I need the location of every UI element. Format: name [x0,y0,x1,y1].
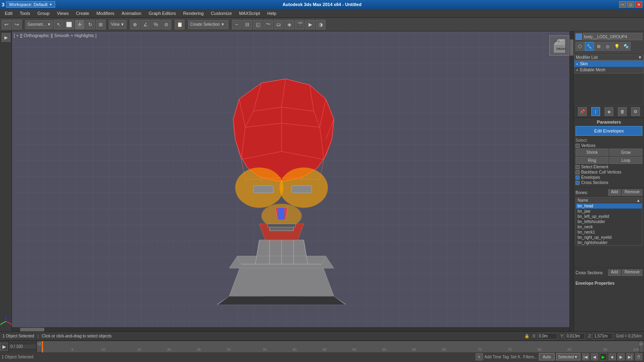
z-value[interactable]: 1,571m [592,333,613,339]
minimize-button[interactable]: ─ [619,1,626,8]
prev-frame-btn[interactable]: ◀ [591,353,598,360]
workspace-dropdown-icon[interactable]: ▼ [49,3,52,6]
menu-create[interactable]: Create [72,10,92,17]
remove-modifier-btn[interactable]: 🗑 [618,107,627,116]
percent-snap-btn[interactable]: % [151,20,161,29]
rotate-btn[interactable]: ↻ [85,20,95,29]
angle-snap-btn[interactable]: ∠ [141,20,150,29]
activeshade-btn[interactable]: ◑ [316,20,325,29]
next-frame-btn[interactable]: ▶ [617,353,625,360]
viewport-scrollbar-h[interactable] [12,327,569,331]
maximize-button[interactable]: □ [627,1,634,8]
render-btn[interactable]: ▶ [305,20,315,29]
backface-cull-checkbox[interactable] [576,170,580,174]
menu-animation[interactable]: Animation [118,10,145,17]
object-name-input[interactable] [583,33,642,40]
scrollbar-thumb-h[interactable] [20,328,44,331]
geometry-dropdown[interactable]: Geometr... ▼ [25,20,53,29]
time-config-btn[interactable]: ⏱ [635,353,642,360]
modifier-list-dropdown[interactable]: Modifier List ▼ [574,54,644,60]
bone-item-5[interactable]: bn_neck1 [576,230,642,235]
view-dropdown[interactable]: View ▼ [109,20,126,29]
snap-toggle-btn[interactable]: ⊕ [130,20,140,29]
make-unique-btn[interactable]: ◈ [605,107,613,116]
menu-customize[interactable]: Customize [208,10,235,17]
align-btn[interactable]: ⊟ [242,20,252,29]
menu-maxscript[interactable]: MAXScript [236,10,263,17]
panel-tab-display[interactable]: 💡 [613,42,621,51]
edit-envelopes-btn[interactable]: Edit Envelopes [576,126,642,136]
bone-item-2[interactable]: bn_left_up_eyelid [576,214,642,219]
move-btn[interactable]: ✛ [75,20,85,29]
panel-tab-create[interactable]: ⬡ [576,42,584,51]
bones-list[interactable]: Name ▲ bn_head bn_jaw bn_left_up_eyelid … [576,197,642,246]
grow-btn[interactable]: Grow [609,149,642,156]
timeline-ruler[interactable]: 0 5 10 15 20 25 30 35 40 45 50 55 60 65 … [41,341,639,352]
loop-btn[interactable]: Loop [609,157,642,164]
undo-btn[interactable]: ↩ [2,20,11,29]
modifier-skin[interactable]: ● Skin [574,61,644,67]
ring-btn[interactable]: Ring [576,157,609,164]
create-selection-dropdown[interactable]: Create Selection ▼ [188,20,228,29]
play-button[interactable]: ▶ [0,343,8,351]
menu-graph-editors[interactable]: Graph Editors [145,10,179,17]
play-anim-btn[interactable]: ▶ [600,353,607,360]
menu-group[interactable]: Group [34,10,53,17]
bones-remove-btn[interactable]: Remove [622,189,642,196]
bone-item-7[interactable]: bn_rightshoulder [576,240,642,245]
envelopes-checkbox[interactable] [576,176,580,180]
lock-icon[interactable]: 🔒 [524,334,529,338]
cross-sec-remove-btn[interactable]: Remove [622,269,642,276]
timeline-forward-btn[interactable]: ▷ [639,341,644,352]
mirror-btn[interactable]: ⫟ [232,20,242,29]
cross-sec-add-btn[interactable]: Add [608,269,621,276]
bones-sort-icon[interactable]: ▲ [636,198,640,203]
workspace-label[interactable]: Workspace: Default ▼ [6,1,55,8]
layer-btn[interactable]: ◱ [253,20,263,29]
menu-views[interactable]: Views [54,10,72,17]
region-select-btn[interactable]: ⬜ [64,20,74,29]
viewport[interactable]: [ + ][ Orthographic ][ Smooth + Highligh… [12,31,574,331]
edit-named-sel-btn[interactable]: 📋 [175,20,184,29]
curve-editor-btn[interactable]: 〜 [263,20,273,29]
view-cube[interactable]: FRONT TOP [549,35,569,56]
schematic-view-btn[interactable]: 🗂 [274,20,284,29]
auto-key-btn[interactable]: Auto [539,353,555,360]
x-value[interactable]: 0,0m [537,333,557,339]
panel-tab-modify[interactable]: 🔧 [585,42,594,51]
bone-item-3[interactable]: bn_leftshoulder [576,219,642,224]
cross-sections-checkbox[interactable] [576,181,580,185]
configure-btn[interactable]: ⚙ [631,107,640,116]
panel-tab-motion[interactable]: ◎ [603,42,612,51]
add-time-tag-btn[interactable]: + [476,353,483,360]
menu-modifiers[interactable]: Modifiers [93,10,118,17]
y-value[interactable]: 0,013m [565,333,585,339]
select-element-checkbox[interactable] [576,165,580,169]
modifier-editable-mesh[interactable]: ● Editable Mesh [574,67,644,73]
show-results-btn[interactable]: | [591,107,600,116]
object-color-swatch[interactable] [576,33,582,40]
go-end-btn[interactable]: ▶| [626,353,634,360]
key-filter-dropdown[interactable]: Selected ▼ [556,353,580,360]
bone-item-6[interactable]: bn_right_up_eyelid [576,235,642,240]
bone-item-1[interactable]: bn_jaw [576,209,642,214]
viewport-scrollbar-v[interactable] [569,31,574,331]
bone-item-4[interactable]: bn_neck [576,224,642,230]
menu-tools[interactable]: Tools [17,10,33,17]
spinner-snap-btn[interactable]: ⊘ [162,20,171,29]
timeline-back-btn[interactable]: ◁ [37,341,41,352]
menu-help[interactable]: Help [264,10,280,17]
close-button[interactable]: ✕ [635,1,642,8]
pin-stack-btn[interactable]: 📌 [578,107,587,116]
shrink-btn[interactable]: Shrink [576,149,609,156]
bones-add-btn[interactable]: Add [608,189,621,196]
scale-btn[interactable]: ⊞ [96,20,106,29]
panel-tab-hierarchy[interactable]: ⊞ [594,42,603,51]
stop-anim-btn[interactable]: ■ [609,353,616,360]
redo-btn[interactable]: ↪ [12,20,22,29]
scrollbar-thumb-v[interactable] [570,39,574,56]
bone-item-8[interactable]: bn_spine2 [576,245,642,246]
bone-item-0[interactable]: bn_head [576,203,642,209]
go-start-btn[interactable]: |◀ [582,353,589,360]
menu-edit[interactable]: Edit [2,10,16,17]
